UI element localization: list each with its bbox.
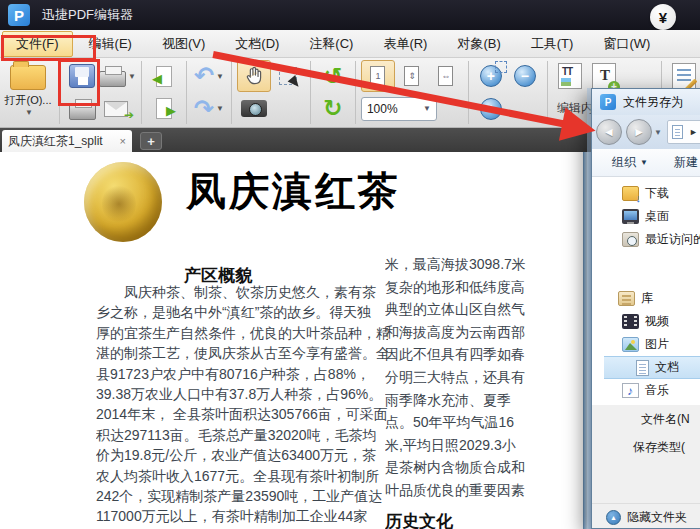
save-as-dialog: P 文件另存为 ◄ ► ▼ ► 组织 ▼ 新建 下载 — [591, 88, 700, 529]
edit-content-icon — [558, 63, 582, 89]
actual-size-button[interactable]: 1 — [361, 60, 395, 92]
place-label: 桌面 — [645, 208, 669, 225]
zoom-in-icon: + — [480, 98, 502, 120]
text-line: 39.38万农业人口中有37.8万人种茶，占96%。 — [96, 384, 388, 404]
save-button[interactable] — [65, 60, 99, 92]
dialog-title-bar[interactable]: P 文件另存为 — [592, 89, 700, 115]
menu-object[interactable]: 对象(B) — [443, 31, 514, 57]
place-pictures[interactable]: 图片 — [592, 333, 700, 356]
open-dropdown-icon[interactable]: ▼ — [25, 108, 33, 117]
rotate-ccw-button[interactable] — [316, 60, 350, 92]
dialog-command-bar: 组织 ▼ 新建 — [592, 149, 700, 177]
document-tab[interactable]: 凤庆滇红茶1_split × — [2, 130, 132, 152]
libraries-icon — [618, 291, 635, 306]
select-tool-icon — [279, 67, 297, 85]
menu-file[interactable]: 文件(F) — [2, 31, 73, 57]
rotate-cw-button[interactable] — [316, 93, 350, 125]
place-desktop[interactable]: 桌面 — [592, 205, 700, 228]
place-label: 下载 — [645, 185, 669, 202]
zoom-level-combobox[interactable]: 100% ▼ — [361, 97, 437, 121]
tab-close-icon[interactable]: × — [120, 135, 126, 147]
hand-tool-button[interactable] — [237, 60, 271, 92]
new-folder-button[interactable]: 新建 — [674, 154, 698, 171]
address-breadcrumb[interactable]: ► — [667, 120, 700, 144]
next-view-button[interactable] — [147, 93, 181, 125]
back-button[interactable]: ◄ — [596, 119, 622, 145]
hide-folders-arrow-icon: ▲ — [606, 510, 621, 525]
pictures-icon — [622, 337, 639, 352]
text-line: 米，最高海拔3098.7米 — [385, 253, 592, 276]
dialog-nav-bar: ◄ ► ▼ ► — [592, 115, 700, 149]
save-icon — [69, 64, 95, 88]
text-line: 雨季降水充沛、夏季 — [385, 389, 592, 412]
videos-icon — [622, 314, 639, 329]
rotate-ccw-icon — [323, 63, 342, 90]
fit-height-button[interactable]: ⇕ — [395, 60, 429, 92]
history-dropdown-icon[interactable]: ▼ — [654, 128, 662, 137]
text-line: 是茶树内含物质合成和 — [385, 456, 592, 479]
text-line: 叶品质优良的重要因素 — [385, 479, 592, 502]
fit-width-button[interactable]: ⇔ — [429, 60, 463, 92]
app-logo-icon: P — [8, 4, 30, 26]
text-line: 和海拔高度为云南西部 — [385, 321, 592, 344]
place-recent[interactable]: 最近访问的 — [592, 228, 700, 251]
place-libraries[interactable]: 库 — [592, 287, 700, 310]
new-tab-button[interactable]: + — [140, 132, 162, 150]
app-title: 迅捷PDF编辑器 — [42, 6, 133, 24]
menu-view[interactable]: 视图(V) — [148, 31, 219, 57]
text-line: 积达297113亩。毛茶总产量32020吨，毛茶均 — [96, 425, 388, 445]
place-videos[interactable]: 视频 — [592, 310, 700, 333]
dialog-bottom-bar: ▲ 隐藏文件夹 — [592, 503, 700, 529]
redo-button[interactable]: ▼ — [192, 93, 226, 125]
right-text-column: 米，最高海拔3098.7米 复杂的地形和低纬度高 典型的立体山区自然气 和海拔高… — [385, 253, 592, 529]
zoom-out-button[interactable]: − — [508, 60, 542, 92]
rotate-cw-icon — [323, 95, 342, 122]
premium-yuan-button[interactable]: ¥ — [650, 4, 676, 30]
prev-view-button[interactable] — [147, 60, 181, 92]
undo-button[interactable]: ▼ — [192, 60, 226, 92]
add-text-icon — [592, 63, 616, 89]
redo-icon — [194, 95, 214, 123]
hide-folders-label: 隐藏文件夹 — [627, 509, 687, 526]
undo-icon — [194, 62, 214, 90]
filename-row: 文件名(N — [592, 405, 700, 433]
print-button[interactable]: ▼ — [99, 60, 136, 92]
marquee-zoom-button[interactable]: + — [474, 60, 508, 92]
place-label: 库 — [641, 290, 653, 307]
text-line: 县91723户农户中有80716户种茶，占88%， — [96, 364, 388, 384]
menu-window[interactable]: 窗口(W) — [589, 31, 664, 57]
menu-bar: 文件(F) 编辑(E) 视图(V) 文档(D) 注释(C) 表单(R) 对象(B… — [0, 30, 700, 58]
filetype-row: 保存类型( — [592, 433, 700, 461]
snapshot-button[interactable] — [237, 93, 271, 125]
select-tool-button[interactable] — [271, 60, 305, 92]
menu-form[interactable]: 表单(R) — [369, 31, 441, 57]
edit-content-button[interactable] — [553, 60, 587, 92]
forward-button[interactable]: ► — [626, 119, 652, 145]
menu-edit[interactable]: 编辑(E) — [75, 31, 146, 57]
desktop-icon — [622, 209, 639, 224]
text-line: 凤庆种茶、制茶、饮茶历史悠久，素有茶 — [96, 282, 388, 302]
place-label: 最近访问的 — [645, 231, 700, 248]
text-line: 复杂的地形和低纬度高 — [385, 276, 592, 299]
open-file-button[interactable]: 打开(O)... ▼ — [0, 58, 56, 127]
zoom-in-button[interactable]: + — [474, 93, 508, 125]
left-text-column: 凤庆种茶、制茶、饮茶历史悠久，素有茶 乡之称，是驰名中外“滇红”茶的故乡。得天独… — [96, 282, 388, 527]
menu-tools[interactable]: 工具(T) — [517, 31, 588, 57]
text-line: 湛的制茶工艺，使凤庆茶从古至今享有盛誉。全 — [96, 343, 388, 363]
text-line: 2014年末， 全县茶叶面积达305766亩，可采面 — [96, 404, 388, 424]
place-music[interactable]: 音乐 — [592, 379, 700, 402]
quick-print-button[interactable] — [65, 93, 99, 125]
email-button[interactable] — [99, 93, 133, 125]
organize-button[interactable]: 组织 ▼ — [612, 154, 648, 171]
text-line: 厚的宜茶生产自然条件，优良的大叶茶品种，精 — [96, 323, 388, 343]
menu-document[interactable]: 文档(D) — [221, 31, 293, 57]
breadcrumb-arrow-icon[interactable]: ► — [689, 127, 698, 137]
open-label: 打开(O)... — [4, 93, 51, 108]
place-downloads[interactable]: 下载 — [592, 182, 700, 205]
hide-folders-button[interactable]: ▲ 隐藏文件夹 — [606, 509, 687, 526]
dialog-title: 文件另存为 — [623, 94, 683, 111]
menu-comment[interactable]: 注释(C) — [295, 31, 367, 57]
place-documents[interactable]: 文档 — [604, 356, 700, 379]
open-folder-icon — [10, 65, 46, 90]
zoom-level-value: 100% — [367, 102, 398, 116]
